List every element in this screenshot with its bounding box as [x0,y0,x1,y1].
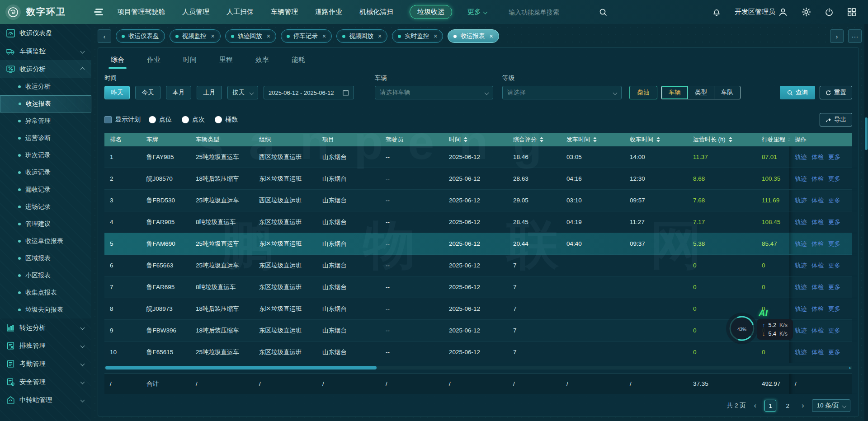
table-header-cell[interactable]: 组织 [254,133,317,146]
top-menu-item[interactable]: 人工扫保 [226,5,255,19]
inspection-link[interactable]: 体检 [811,175,824,183]
tab-close-icon[interactable]: × [489,33,493,40]
sort-arrows-icon[interactable] [656,137,660,142]
page-tab[interactable]: 视频回放 × [336,29,387,43]
notification-bell-icon[interactable] [712,8,721,17]
table-header-cell[interactable]: 综合评分 [508,133,561,146]
table-row[interactable]: 1 鲁FAY985 25吨垃圾直运车 西区垃圾直运班 山东烟台 -- 2025-… [104,146,852,168]
report-subtab[interactable]: 综合 [111,56,124,70]
top-menu-item[interactable]: 机械化清扫 [359,5,394,19]
more-link[interactable]: 更多 [828,240,840,248]
quick-date-button[interactable]: 本月 [166,86,191,99]
dimension-button[interactable]: 类型 [688,86,714,99]
sidebar-subitem[interactable]: 收运记录 [0,164,91,181]
sidebar-subitem[interactable]: 垃圾去向报表 [0,301,91,318]
top-menu-item[interactable]: 项目管理驾驶舱 [117,5,166,19]
table-row[interactable]: 5 鲁FAM690 25吨垃圾直运车 东区垃圾直运班 山东烟台 -- 2025-… [104,233,852,255]
export-button[interactable]: 导出 [820,113,852,126]
vehicle-select[interactable]: 请选择车辆 [375,86,493,99]
next-page-button[interactable]: › [800,402,806,410]
sort-arrows-icon[interactable] [729,137,732,142]
sidebar-subitem[interactable]: 收集点报表 [0,284,91,301]
sidebar-subitem[interactable]: 小区报表 [0,267,91,284]
inspection-link[interactable]: 体检 [811,262,824,270]
reset-button[interactable]: 重置 [820,86,852,99]
sidebar-subitem[interactable]: 区域报表 [0,250,91,267]
sidebar-item-dashboard[interactable]: 收运仪表盘 [0,24,91,42]
radio-icon[interactable] [182,116,189,123]
track-link[interactable]: 轨迹 [795,240,807,248]
scrollbar-thumb[interactable] [865,117,868,150]
report-subtab[interactable]: 里程 [219,56,233,70]
sort-arrows-icon[interactable] [593,137,597,142]
sidebar-item-shift-mgmt[interactable]: 排班管理 [0,337,91,355]
page-size-select[interactable]: 10 条/页 [812,399,850,412]
more-link[interactable]: 更多 [828,283,840,291]
table-header-cell[interactable]: 时间 [443,133,508,146]
granularity-select[interactable]: 按天 [227,86,258,99]
sidebar-subitem[interactable]: 收运分析 [0,78,91,95]
quick-date-button[interactable]: 今天 [135,86,160,99]
sidebar-subitem[interactable]: 收运报表 [0,95,91,112]
page-tab[interactable]: 轨迹回放 × [225,29,276,43]
dimension-button[interactable]: 车辆 [661,86,688,99]
track-link[interactable]: 轨迹 [795,196,807,205]
sidebar-subitem[interactable]: 班次记录 [0,147,91,164]
report-subtab[interactable]: 作业 [147,56,160,70]
report-subtab[interactable]: 效率 [255,56,269,70]
sidebar-subitem[interactable]: 管理建议 [0,215,91,233]
quick-date-button[interactable]: 上月 [197,86,222,99]
page-tab[interactable]: 收运仪表盘 × [116,29,165,43]
table-horizontal-scrollbar[interactable]: ▸ [104,366,852,370]
tab-close-icon[interactable]: × [211,33,215,40]
tabs-more-button[interactable]: ··· [848,29,862,43]
more-link[interactable]: 更多 [828,262,840,270]
tabs-scroll-right-button[interactable]: › [830,29,844,43]
page-number-button[interactable]: 1 [764,400,776,412]
page-number-button[interactable]: 2 [782,400,793,412]
top-menu-item[interactable]: 道路作业 [314,5,343,19]
ai-assistant-widget[interactable]: AI 43% ↑ 5.2 K/s ↓ 5.4 K/s [729,310,833,351]
page-tab[interactable]: 收运报表 × [448,29,499,43]
sidebar-item-collection-analysis[interactable]: 收运分析 [0,60,91,78]
table-row[interactable]: 7 鲁FAR695 8吨垃圾直运车 东区垃圾直运班 山东烟台 -- 2025-0… [104,276,852,298]
report-subtab[interactable]: 时间 [183,56,197,70]
table-header-cell[interactable]: 车辆类型 [190,133,254,146]
inspection-link[interactable]: 体检 [811,153,824,161]
table-header-cell[interactable]: 运营时长 (h) [688,133,756,146]
menu-collapse-icon[interactable] [94,7,103,17]
fuel-diesel-button[interactable]: 柴油 [629,86,657,99]
show-plan-checkbox[interactable] [104,116,112,123]
track-link[interactable]: 轨迹 [795,153,807,161]
page-vertical-scrollbar[interactable] [864,24,868,421]
scrollbar-thumb[interactable] [105,366,377,370]
more-link[interactable]: 更多 [828,218,840,226]
table-header-cell[interactable]: 驾驶员 [380,133,443,146]
tab-close-icon[interactable]: × [322,33,326,40]
table-header-cell[interactable]: 排名 [104,133,141,146]
prev-page-button[interactable]: ‹ [752,402,758,410]
track-link[interactable]: 轨迹 [795,175,807,183]
search-icon[interactable] [599,8,607,16]
track-link[interactable]: 轨迹 [795,262,807,270]
table-row[interactable]: 4 鲁FAR905 8吨垃圾直运车 东区垃圾直运班 山东烟台 -- 2025-0… [104,211,852,233]
top-menu-item[interactable]: 人员管理 [181,5,210,19]
table-header-cell[interactable]: 操作 [789,133,857,146]
sidebar-subitem[interactable]: 异常管理 [0,112,91,130]
more-link[interactable]: 更多 [828,196,840,205]
user-menu[interactable]: 开发区管理员 [735,7,788,17]
quick-date-button[interactable]: 昨天 [104,86,130,99]
sidebar-item-safety-mgmt[interactable]: 安全管理 [0,373,91,391]
query-button[interactable]: 查询 [780,86,815,99]
ai-usage-gauge[interactable]: 43% [729,315,755,341]
top-menu-more[interactable]: 更多 [467,8,487,16]
page-tab[interactable]: 停车记录 × [281,29,332,43]
table-row[interactable]: 3 鲁FBD530 25吨垃圾直运车 西区垃圾直运班 山东烟台 -- 2025-… [104,190,852,211]
track-link[interactable]: 轨迹 [795,218,807,226]
level-select[interactable]: 请选择 [502,86,622,99]
table-header-cell[interactable]: 发车时间 [561,133,624,146]
table-row[interactable]: 6 鲁F65663 25吨垃圾直运车 东区垃圾直运班 山东烟台 -- 2025-… [104,255,852,276]
sidebar-item-vehicle-monitor[interactable]: 车辆监控 [0,42,91,60]
settings-gear-icon[interactable] [802,7,811,17]
inspection-link[interactable]: 体检 [811,196,824,205]
